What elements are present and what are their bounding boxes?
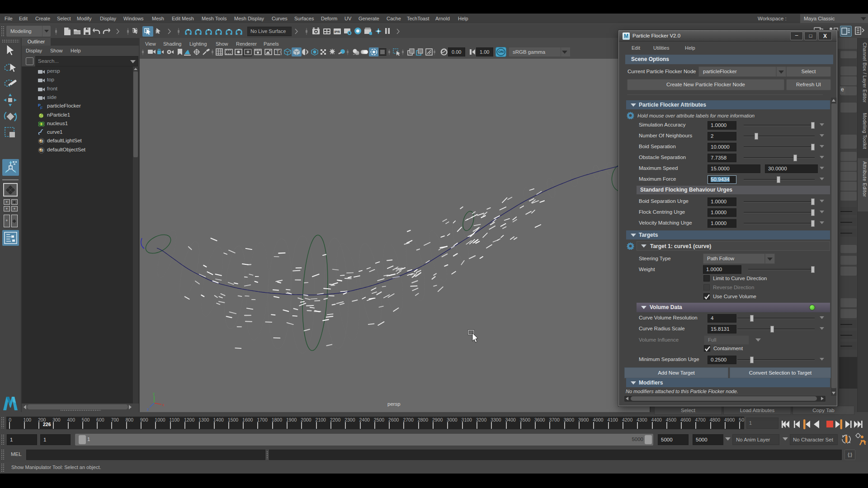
svg-text:z: z [147, 407, 149, 412]
svg-text:F: F [40, 106, 43, 109]
svg-text:IPR: IPR [335, 30, 340, 34]
svg-text:T: T [276, 50, 279, 55]
svg-text:persp: persp [387, 401, 401, 407]
